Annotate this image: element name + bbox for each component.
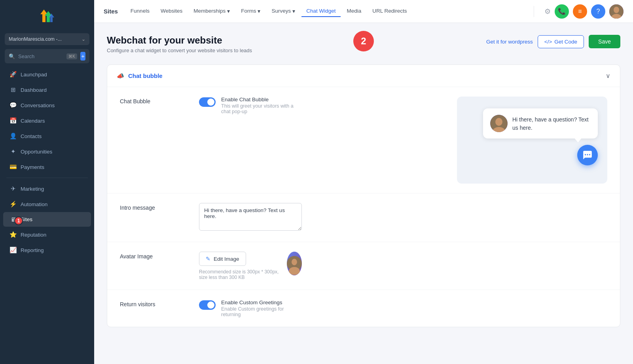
save-button[interactable]: Save (589, 35, 620, 48)
edit-image-button[interactable]: ✎ Edit Image (199, 252, 246, 266)
phone-button[interactable]: 📞 (555, 4, 569, 19)
avatar-hint: Recommended size is 300px * 300px, size … (199, 269, 279, 280)
forms-chevron-icon: ▾ (258, 8, 260, 14)
avatar-area: ✎ Edit Image Recommended size is 300px *… (199, 252, 302, 280)
calendars-icon: 📅 (9, 117, 17, 124)
sidebar-item-label: Launchpad (21, 72, 47, 78)
user-avatar[interactable] (609, 4, 624, 19)
topbar-link-media[interactable]: Media (342, 6, 366, 17)
avatar-preview (287, 252, 302, 275)
sidebar-item-label: Contacts (21, 133, 42, 139)
main-area: Sites Funnels Websites Memberships ▾ For… (94, 0, 633, 364)
sidebar-item-reputation[interactable]: ⭐ Reputation (3, 227, 91, 242)
topbar-divider (534, 6, 534, 17)
wordpress-link[interactable]: Get it for wordpress (486, 39, 533, 45)
svg-point-11 (589, 154, 590, 155)
sidebar-item-label: Conversations (21, 102, 55, 108)
sidebar-item-label: Reporting (21, 247, 44, 253)
svg-point-9 (585, 154, 586, 155)
step-badge-2: 2 (353, 31, 374, 51)
megaphone-icon: 📣 (117, 72, 124, 80)
sidebar-item-opportunities[interactable]: ✦ Opportunities (3, 144, 91, 159)
topbar-link-memberships[interactable]: Memberships ▾ (189, 6, 235, 17)
sidebar-item-marketing[interactable]: ✈ Marketing (3, 181, 91, 196)
topbar-nav: Sites Funnels Websites Memberships ▾ For… (104, 6, 412, 17)
chat-bubble-row: Chat Bubble Enable Chat Bubble This will… (107, 87, 620, 193)
collapse-button[interactable]: ∨ (606, 72, 610, 80)
avatar-image-row: Avatar Image ✎ Edit Image Recommended si… (107, 242, 620, 290)
search-shortcut: ⌘K (66, 53, 77, 59)
return-visitors-row: Return visitors Enable Custom Greetings … (107, 290, 620, 327)
page-title: Webchat for your website (107, 35, 252, 46)
sidebar-item-reporting[interactable]: 📈 Reporting (3, 243, 91, 258)
toggle-row: Enable Chat Bubble This will greet your … (199, 97, 302, 114)
reporting-icon: 📈 (9, 246, 17, 254)
topbar-link-url-redirects[interactable]: URL Redirects (368, 6, 411, 17)
intro-message-input[interactable]: Hi there, have a question? Text us here. (199, 203, 302, 231)
topbar-link-funnels[interactable]: Funnels (126, 6, 154, 17)
step-badge-1: 1 (14, 216, 23, 225)
svg-point-4 (614, 7, 619, 13)
nav-list: 🚀 Launchpad ⊞ Dashboard 💬 Conversations … (0, 66, 94, 364)
topbar-link-surveys[interactable]: Surveys ▾ (267, 6, 300, 17)
return-visitors-controls: Enable Custom Greetings Enable Custom gr… (199, 300, 302, 317)
content-area: Webchat for your website Configure a cha… (94, 23, 633, 364)
topbar-link-websites[interactable]: Websites (156, 6, 187, 17)
sidebar-item-automation[interactable]: ⚡ Automation (3, 197, 91, 212)
sidebar-item-launchpad[interactable]: 🚀 Launchpad (3, 67, 91, 82)
sidebar-item-label: Dashboard (21, 87, 47, 93)
sidebar-item-calendars[interactable]: 📅 Calendars (3, 113, 91, 128)
add-button[interactable]: + (80, 52, 85, 61)
chat-bubble-toggle[interactable] (199, 97, 216, 107)
topbar: Sites Funnels Websites Memberships ▾ For… (94, 0, 633, 23)
contacts-icon: 👤 (9, 133, 17, 140)
enable-chat-bubble-label: Enable Chat Bubble (221, 97, 302, 102)
sidebar-item-contacts[interactable]: 👤 Contacts (3, 129, 91, 144)
svg-point-14 (289, 267, 300, 275)
chat-bubble-controls: Enable Chat Bubble This will greet your … (199, 97, 302, 114)
search-icon: 🔍 (9, 53, 15, 59)
enable-greetings-desc: Enable Custom greetings for returning (221, 306, 302, 317)
opportunities-icon: ✦ (9, 148, 17, 155)
edit-icon: ✎ (206, 256, 210, 262)
messages-button[interactable]: ≡ (573, 4, 587, 19)
launchpad-icon: 🚀 (9, 71, 17, 78)
topbar-brand: Sites (104, 8, 118, 15)
topbar-link-forms[interactable]: Forms ▾ (236, 6, 265, 17)
avatar-image-label: Avatar Image (120, 252, 183, 260)
conversations-icon: 💬 (9, 102, 17, 109)
logo-area (0, 0, 94, 33)
page-subtitle: Configure a chat widget to convert your … (107, 47, 252, 53)
chat-preview-avatar (490, 115, 508, 132)
svg-point-10 (587, 154, 588, 155)
sidebar-item-sites[interactable]: 🖥 Sites 1 (3, 212, 91, 227)
dashboard-icon: ⊞ (9, 86, 17, 93)
sidebar-item-label: Calendars (21, 118, 45, 124)
payments-icon: 💳 (9, 163, 17, 171)
toggle-slider (199, 97, 216, 107)
page-header-left: Webchat for your website Configure a cha… (107, 35, 252, 53)
section-header: 📣 Chat bubble ∨ (107, 65, 620, 87)
sidebar: MarlonMarescia.com -... ⌄ 🔍 ⌘K + 🚀 Launc… (0, 0, 94, 364)
return-visitors-toggle[interactable] (199, 300, 216, 310)
sidebar-item-label: Opportunities (21, 149, 52, 155)
get-code-button[interactable]: </> Get Code (538, 35, 584, 48)
settings-icon[interactable]: ⚙ (544, 7, 551, 16)
search-bar[interactable]: 🔍 ⌘K + (5, 49, 89, 63)
sidebar-item-label: Payments (21, 164, 44, 170)
topbar-link-chat-widget[interactable]: Chat Widget (301, 6, 340, 17)
account-selector[interactable]: MarlonMarescia.com -... ⌄ (5, 33, 89, 45)
sidebar-item-conversations[interactable]: 💬 Conversations (3, 98, 91, 113)
sidebar-item-label: Marketing (21, 186, 44, 192)
sidebar-item-payments[interactable]: 💳 Payments (3, 159, 91, 174)
chat-float-button[interactable] (577, 145, 598, 165)
intro-message-row: Intro message Hi there, have a question?… (107, 193, 620, 242)
search-input[interactable] (18, 53, 63, 59)
return-toggle-row: Enable Custom Greetings Enable Custom gr… (199, 300, 302, 317)
account-name: MarlonMarescia.com -... (9, 36, 62, 42)
sidebar-item-dashboard[interactable]: ⊞ Dashboard (3, 82, 91, 97)
surveys-chevron-icon: ▾ (292, 8, 295, 14)
nav-divider (6, 178, 88, 178)
help-button[interactable]: ? (591, 4, 605, 19)
topbar-right: ⚙ 📞 ≡ ? (531, 4, 624, 19)
